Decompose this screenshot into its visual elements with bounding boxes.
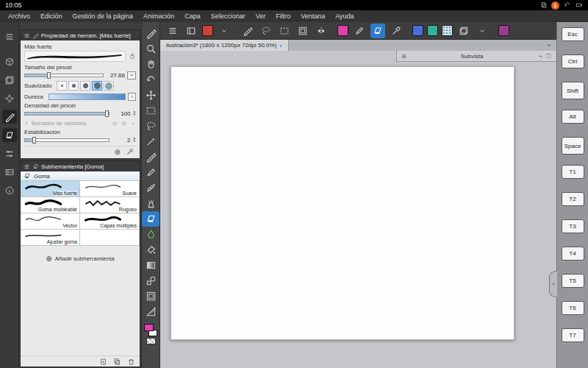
- color-chip-teal[interactable]: [427, 25, 438, 36]
- smoothing-option-3[interactable]: [80, 81, 90, 91]
- menu-seleccionar[interactable]: Seleccionar: [206, 13, 251, 20]
- duplicate-subtool-icon[interactable]: [113, 358, 121, 366]
- subview-panel-header[interactable]: Subvista − □: [396, 51, 556, 62]
- stabilization-slider[interactable]: [24, 138, 110, 142]
- tool-pencil[interactable]: [142, 165, 159, 180]
- color-chip-purple[interactable]: [498, 25, 509, 36]
- key-t7[interactable]: T7: [562, 328, 584, 342]
- density-slider[interactable]: [24, 112, 110, 116]
- subtool-item-ajustar-goma[interactable]: Ajustar goma: [21, 230, 80, 246]
- dock-navigator-icon[interactable]: [2, 91, 17, 105]
- subtool-item-mas-fuerte[interactable]: Más fuerte: [21, 181, 80, 197]
- eyedropper-icon[interactable]: [389, 24, 404, 38]
- tool-hand[interactable]: [142, 57, 159, 72]
- selection-tool-icon[interactable]: [277, 24, 292, 38]
- tool-pen[interactable]: [142, 149, 159, 165]
- dock-timeline-icon[interactable]: [2, 165, 17, 179]
- key-t4[interactable]: T4: [562, 247, 584, 261]
- tool-frame[interactable]: [142, 289, 159, 304]
- key-shift[interactable]: Shift: [562, 82, 584, 99]
- menu-ver[interactable]: Ver: [251, 13, 271, 20]
- tool-rotate-canvas[interactable]: [142, 72, 159, 88]
- menu-archivo[interactable]: Archivo: [3, 13, 35, 20]
- density-value[interactable]: 100: [112, 110, 131, 117]
- subtool-item-rugoso[interactable]: Rugoso: [80, 197, 140, 213]
- key-ctrl[interactable]: Ctrl: [562, 54, 584, 68]
- stylus-pen-icon[interactable]: [352, 24, 367, 38]
- key-t5[interactable]: T5: [562, 274, 584, 288]
- tool-lasso[interactable]: [142, 118, 159, 134]
- advanced-settings-wrench-icon[interactable]: [126, 148, 134, 156]
- menu-ventana[interactable]: Ventana: [295, 13, 330, 20]
- edge-keyboard-handle[interactable]: ‹: [549, 271, 557, 297]
- panel-menu-icon[interactable]: [24, 163, 30, 170]
- vector-eraser-checkbox[interactable]: ✓: [24, 120, 29, 127]
- add-property-icon[interactable]: ⊕: [115, 148, 121, 156]
- hardness-expand-button[interactable]: [128, 93, 136, 101]
- smoothing-option-2[interactable]: [68, 81, 79, 91]
- dock-tool-property-icon[interactable]: [2, 110, 17, 124]
- eraser-command-icon[interactable]: [370, 24, 385, 38]
- smoothing-option-1[interactable]: [57, 81, 67, 91]
- dock-layer-property-icon[interactable]: [2, 146, 17, 160]
- subtool-header[interactable]: Subherramienta [Goma]: [21, 161, 140, 171]
- lock-icon[interactable]: [129, 52, 136, 61]
- vector-erase-intersect-icon[interactable]: [121, 120, 128, 127]
- crop-icon[interactable]: [295, 24, 310, 38]
- tool-blend[interactable]: [142, 227, 159, 242]
- key-t1[interactable]: T1: [562, 165, 584, 179]
- tool-auto-select[interactable]: [142, 134, 159, 149]
- key-esc[interactable]: Esc: [562, 27, 584, 41]
- menu-edicion[interactable]: Edición: [35, 13, 68, 20]
- dock-menu-icon[interactable]: [2, 29, 17, 43]
- notification-badge[interactable]: 1: [551, 1, 559, 10]
- key-t6[interactable]: T6: [562, 301, 584, 315]
- brush-size-unit-button[interactable]: [127, 71, 136, 79]
- delete-subtool-icon[interactable]: [127, 358, 135, 366]
- color-chip-magenta[interactable]: [337, 25, 348, 36]
- workspace-panels-icon[interactable]: [184, 24, 198, 38]
- chevron-down-icon[interactable]: [130, 121, 136, 127]
- flip-horizontal-icon[interactable]: [314, 24, 329, 38]
- key-t2[interactable]: T2: [562, 192, 584, 206]
- subtool-item-capas-multiples[interactable]: Capas múltiples: [80, 213, 140, 230]
- smoothing-option-4[interactable]: [92, 81, 102, 91]
- dock-layers-icon[interactable]: [2, 73, 17, 87]
- tool-zoom[interactable]: [142, 41, 159, 57]
- pen-tool-icon[interactable]: [240, 24, 255, 38]
- tool-move[interactable]: [142, 88, 159, 103]
- subtool-item-suave[interactable]: Suave: [80, 181, 140, 197]
- minimize-icon[interactable]: −: [537, 52, 545, 60]
- transparent-color-swatch[interactable]: [146, 338, 156, 344]
- dock-material-icon[interactable]: [2, 54, 17, 68]
- key-space[interactable]: Space: [562, 137, 584, 155]
- document-tab[interactable]: ilustración3* (1600 x 1200px 72dpi 50.0%…: [160, 40, 289, 51]
- stabilization-value[interactable]: 2: [112, 137, 131, 144]
- menu-capa[interactable]: Capa: [179, 13, 206, 20]
- chevron-down-icon[interactable]: [217, 24, 232, 38]
- tone-pattern-chip[interactable]: [442, 25, 453, 36]
- menu-filtro[interactable]: Filtro: [270, 13, 295, 20]
- panel-menu-icon[interactable]: [401, 53, 407, 60]
- tool-operation[interactable]: [142, 26, 159, 41]
- tool-airbrush[interactable]: [142, 196, 159, 211]
- key-alt[interactable]: Alt: [562, 110, 584, 124]
- subtool-item-vector[interactable]: Vector: [21, 213, 80, 230]
- menu-ayuda[interactable]: Ayuda: [330, 13, 359, 20]
- brush-size-slider[interactable]: [24, 74, 104, 77]
- add-subtool-button[interactable]: ⊕ Añadir subherramienta: [21, 252, 140, 265]
- menu-gestion-pagina[interactable]: Gestión de la página: [68, 13, 139, 20]
- menu-animacion[interactable]: Animación: [138, 13, 179, 20]
- drawing-canvas[interactable]: [171, 66, 514, 340]
- subtool-group-tab[interactable]: Goma: [21, 171, 140, 181]
- material-icon[interactable]: [456, 24, 471, 38]
- vector-erase-touch-icon[interactable]: [111, 120, 118, 127]
- lasso-tool-icon[interactable]: [259, 24, 273, 38]
- hardness-selector[interactable]: [49, 93, 126, 100]
- smoothing-option-5[interactable]: [104, 81, 114, 91]
- color-chip-blue[interactable]: [412, 25, 423, 36]
- key-t3[interactable]: T3: [562, 219, 584, 233]
- dock-subtool-icon[interactable]: [2, 128, 17, 142]
- color-swatches[interactable]: [143, 324, 158, 336]
- tool-eraser[interactable]: [142, 211, 159, 227]
